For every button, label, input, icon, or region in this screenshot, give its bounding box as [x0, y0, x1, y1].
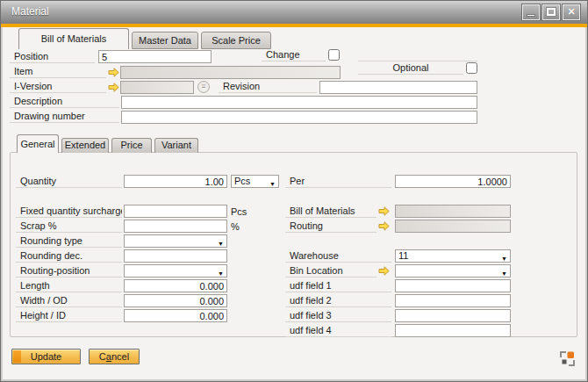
width-od-input[interactable]	[124, 294, 227, 307]
tab-general[interactable]: General	[17, 134, 59, 153]
tab-extended[interactable]: Extended	[61, 138, 109, 153]
udf4-label: udf field 4	[285, 325, 391, 337]
routing-position-label: Routing-position	[16, 265, 122, 277]
close-button[interactable]: ✕	[563, 4, 580, 20]
item-input[interactable]	[120, 66, 341, 79]
scrap-input[interactable]	[124, 220, 227, 233]
udf2-label: udf field 2	[285, 295, 391, 307]
height-id-input[interactable]	[124, 309, 227, 322]
version-list-icon[interactable]: ≡	[197, 81, 210, 93]
scrap-label: Scrap %	[16, 220, 122, 233]
tab-scale-price[interactable]: Scale Price	[201, 32, 271, 49]
warehouse-value: 11	[398, 250, 408, 261]
per-label: Per	[285, 176, 391, 188]
title-bar[interactable]: Material	[1, 1, 587, 24]
list-glyph: ≡	[201, 82, 205, 90]
routing-input[interactable]	[395, 220, 511, 233]
rounding-type-label: Rounding type	[16, 235, 122, 248]
bom-link-arrow-icon[interactable]	[378, 206, 390, 216]
bin-location-label: Bin Location	[285, 265, 376, 277]
tab-variant[interactable]: Variant	[154, 138, 198, 153]
chevron-down-icon: ▼	[501, 268, 507, 279]
grip-dark-square	[563, 360, 567, 364]
i-version-link-arrow-icon[interactable]	[108, 83, 119, 92]
tab-label: Scale Price	[212, 35, 261, 46]
width-od-label: Width / OD	[16, 295, 122, 307]
grip-corner-bottom-right	[569, 360, 575, 366]
rounding-dec-label: Rounding dec.	[16, 250, 122, 263]
cancel-label-rest: ncel	[111, 351, 129, 362]
grip-corner-top-left	[560, 351, 566, 357]
position-input[interactable]	[98, 50, 212, 63]
drawing-number-input[interactable]	[121, 111, 477, 124]
optional-checkbox[interactable]	[466, 62, 477, 74]
minimize-button[interactable]	[522, 4, 540, 20]
tab-price[interactable]: Price	[111, 138, 152, 153]
udf2-input[interactable]	[395, 294, 511, 307]
udf3-label: udf field 3	[285, 310, 391, 322]
length-label: Length	[16, 280, 122, 292]
window-title: Material	[11, 5, 49, 18]
grip-orange-square	[568, 352, 575, 359]
cancel-label: C	[99, 351, 106, 362]
update-label: Update	[31, 351, 61, 362]
routing-position-select[interactable]: ▼	[124, 264, 227, 277]
tab-label: General	[20, 139, 54, 149]
rounding-dec-input[interactable]	[124, 249, 227, 263]
height-id-label: Height / ID	[16, 310, 122, 322]
i-version-input[interactable]	[120, 81, 194, 94]
maximize-icon	[547, 8, 556, 16]
fixed-surcharge-unit: Pcs	[231, 206, 247, 217]
chevron-down-icon: ▼	[501, 253, 507, 264]
tab-label: Price	[120, 140, 142, 150]
bom-input[interactable]	[395, 205, 511, 218]
uom-value: Pcs	[234, 176, 250, 186]
chevron-down-icon: ▼	[218, 238, 224, 249]
tab-label: Master Data	[139, 35, 191, 46]
fixed-surcharge-input[interactable]	[124, 205, 227, 218]
drawing-number-label: Drawing number	[10, 111, 119, 123]
scrap-unit: %	[231, 221, 240, 232]
change-label: Change	[262, 49, 326, 61]
tab-bill-of-materials[interactable]: Bill of Materials	[18, 28, 129, 49]
fixed-surcharge-label: Fixed quantity surcharge	[16, 205, 122, 218]
tab-master-data[interactable]: Master Data	[132, 32, 198, 49]
default-button-strip	[13, 350, 21, 363]
i-version-label: I-Version	[10, 81, 106, 93]
udf1-input[interactable]	[395, 279, 511, 292]
position-label: Position	[10, 51, 95, 63]
maximize-button[interactable]	[542, 4, 560, 20]
minimize-icon	[527, 14, 535, 17]
tab-label: Bill of Materials	[41, 33, 107, 44]
quantity-input[interactable]	[124, 175, 227, 188]
resize-grip-icon[interactable]	[560, 351, 575, 366]
item-link-arrow-icon[interactable]	[108, 68, 119, 77]
length-input[interactable]	[124, 279, 227, 292]
rounding-type-select[interactable]: ▼	[124, 234, 227, 248]
change-checkbox[interactable]	[328, 49, 340, 61]
bin-location-select[interactable]: ▼	[395, 264, 511, 277]
item-label: Item	[10, 66, 106, 78]
description-input[interactable]	[121, 96, 477, 109]
row-rule	[358, 61, 477, 61]
description-label: Description	[10, 96, 119, 108]
routing-link-arrow-icon[interactable]	[378, 221, 390, 231]
quantity-label: Quantity	[16, 176, 122, 188]
cancel-button[interactable]: Cancel	[89, 349, 140, 364]
update-button[interactable]: Update	[11, 349, 81, 364]
udf4-input[interactable]	[395, 324, 511, 337]
bin-location-link-arrow-icon[interactable]	[378, 266, 390, 276]
per-input[interactable]	[395, 175, 511, 188]
close-icon: ✕	[563, 6, 579, 18]
quantity-uom-select[interactable]: Pcs ▼	[231, 175, 279, 188]
warehouse-label: Warehouse	[285, 250, 391, 263]
optional-label: Optional	[358, 62, 463, 75]
chevron-down-icon: ▼	[218, 268, 224, 279]
material-dialog: Material ✕ Bill of Materials Master Data…	[0, 0, 588, 382]
udf1-label: udf field 1	[285, 280, 391, 292]
warehouse-select[interactable]: 11 ▼	[395, 249, 511, 263]
udf3-input[interactable]	[395, 309, 511, 322]
revision-input[interactable]	[319, 81, 477, 94]
routing-label: Routing	[285, 220, 376, 233]
tab-label: Variant	[161, 140, 191, 150]
